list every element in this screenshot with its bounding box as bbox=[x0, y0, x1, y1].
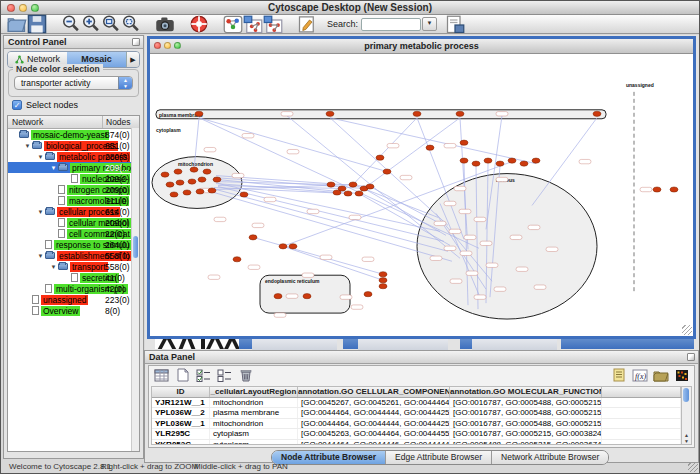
network-edge[interactable] bbox=[330, 118, 536, 164]
close-view-button[interactable] bbox=[154, 42, 161, 49]
network-node[interactable] bbox=[670, 187, 678, 192]
network-node[interactable] bbox=[344, 191, 352, 196]
more-tabs-arrow[interactable]: ▶ bbox=[126, 52, 139, 67]
network-node[interactable] bbox=[203, 169, 211, 174]
formula-icon[interactable]: f(x) bbox=[630, 367, 649, 384]
expand-arrow[interactable]: ▼ bbox=[36, 253, 45, 259]
table-scrollbar[interactable]: ▲▼ bbox=[681, 386, 692, 445]
select-nodes-checkbox[interactable]: ✓ bbox=[12, 100, 22, 110]
network-node[interactable] bbox=[198, 177, 206, 182]
select-attributes-icon[interactable] bbox=[152, 367, 171, 384]
snapshot-camera-icon[interactable] bbox=[155, 16, 175, 33]
network-node[interactable] bbox=[355, 191, 363, 196]
notes-icon[interactable] bbox=[609, 367, 628, 384]
tree-col-nodes[interactable]: Nodes bbox=[102, 116, 131, 128]
attribute-table-header[interactable]: ID_cellularLayoutRegionannotation.GO CEL… bbox=[152, 387, 681, 398]
tree-header[interactable]: Network Nodes bbox=[8, 116, 139, 129]
expand-arrow[interactable]: ▼ bbox=[36, 209, 45, 215]
expand-arrow[interactable]: ▼ bbox=[23, 143, 32, 149]
tree-col-network[interactable]: Network bbox=[12, 116, 43, 128]
table-scroll-thumb[interactable] bbox=[683, 388, 689, 402]
zoom-window-button[interactable] bbox=[31, 4, 39, 12]
attribute-unchecklist-icon[interactable] bbox=[215, 367, 234, 384]
network-node[interactable] bbox=[326, 111, 334, 116]
window-resize-grip[interactable] bbox=[688, 462, 698, 472]
network-node[interactable] bbox=[379, 272, 387, 277]
network-node[interactable] bbox=[240, 192, 248, 197]
table-scroll-arrows[interactable]: ▲▼ bbox=[682, 432, 691, 444]
layout-plugin-icon-a[interactable] bbox=[243, 16, 263, 33]
expand-arrow[interactable]: ▼ bbox=[49, 165, 58, 171]
network-node[interactable] bbox=[460, 158, 468, 163]
network-node[interactable] bbox=[508, 158, 516, 163]
table-row[interactable]: YJR121W__1mitochondrion[GO:0045267, GO:0… bbox=[152, 398, 681, 408]
view-resize-grip[interactable] bbox=[682, 325, 692, 335]
tree-row[interactable]: response to stimulu264(0) bbox=[8, 239, 139, 250]
import-attributes-folder-icon[interactable] bbox=[651, 367, 670, 384]
float-panel-icon[interactable] bbox=[132, 38, 140, 46]
tree-row[interactable]: nitrogen compo209(0) bbox=[8, 184, 139, 195]
network-node[interactable] bbox=[233, 257, 241, 262]
tree-row[interactable]: cellular metabol209(0) bbox=[8, 217, 139, 228]
network-edge[interactable] bbox=[214, 193, 452, 262]
network-node[interactable] bbox=[376, 155, 384, 160]
zoom-out-icon[interactable] bbox=[61, 16, 81, 33]
network-node[interactable] bbox=[460, 140, 468, 145]
network-node[interactable] bbox=[161, 172, 169, 177]
tree-row[interactable]: unassigned223(0) bbox=[8, 294, 139, 305]
network-node[interactable] bbox=[208, 188, 216, 193]
expand-arrow[interactable]: ▼ bbox=[36, 154, 45, 160]
network-node[interactable] bbox=[413, 111, 421, 116]
search-dropdown-button[interactable]: ▼ bbox=[422, 17, 437, 31]
tree-row[interactable]: mosaic-demo-yeast874(0) bbox=[8, 129, 139, 140]
attribute-checklist-icon[interactable] bbox=[194, 367, 213, 384]
network-node[interactable] bbox=[484, 158, 492, 163]
network-node[interactable] bbox=[532, 158, 540, 163]
search-input[interactable] bbox=[361, 18, 421, 31]
close-window-button[interactable] bbox=[7, 4, 15, 12]
minimize-window-button[interactable] bbox=[19, 4, 27, 12]
network-node[interactable] bbox=[653, 187, 661, 192]
tree-row[interactable]: secretion41(0) bbox=[8, 272, 139, 283]
delete-attribute-icon[interactable] bbox=[236, 367, 255, 384]
network-node[interactable] bbox=[213, 177, 221, 182]
table-column-header[interactable]: annotation.GO MOLECULAR_FUNCTION bbox=[450, 387, 602, 397]
network-edge[interactable] bbox=[216, 190, 448, 252]
tree-row[interactable]: Overview8(0) bbox=[8, 305, 139, 316]
network-node[interactable] bbox=[456, 111, 464, 116]
save-session-icon[interactable] bbox=[27, 16, 47, 33]
table-row[interactable]: YPL036W__2plasma membrane[GO:0044464, GO… bbox=[152, 408, 681, 418]
network-node[interactable] bbox=[176, 180, 184, 185]
network-node[interactable] bbox=[303, 294, 311, 299]
network-node[interactable] bbox=[520, 161, 528, 166]
network-node[interactable] bbox=[196, 189, 204, 194]
tree-row[interactable]: ▼cellular process614(0) bbox=[8, 206, 139, 217]
network-node[interactable] bbox=[249, 235, 257, 240]
network-node[interactable] bbox=[379, 278, 387, 283]
table-column-header[interactable]: annotation.GO CELLULAR_COMPONENT bbox=[298, 387, 450, 397]
table-row[interactable]: YLR295Ccytoplasm[GO:0045263, GO:0044464,… bbox=[152, 429, 681, 439]
layout-plugin-icon-b[interactable] bbox=[263, 16, 283, 33]
network-node[interactable] bbox=[170, 192, 178, 197]
vizmapper-icon[interactable] bbox=[223, 16, 243, 33]
network-node[interactable] bbox=[349, 182, 357, 187]
table-row[interactable]: YKR052Ccytoplasm[GO:0044464, GO:0044446,… bbox=[152, 440, 681, 445]
tree-row[interactable]: ▼primary metabo209(... bbox=[8, 162, 139, 173]
zoom-in-icon[interactable] bbox=[81, 16, 101, 33]
zoom-view-button[interactable] bbox=[174, 42, 181, 49]
window-titlebar[interactable]: Cytoscape Desktop (New Session) bbox=[1, 1, 699, 15]
network-edge[interactable] bbox=[253, 237, 383, 274]
minimize-view-button[interactable] bbox=[164, 42, 171, 49]
network-node[interactable] bbox=[366, 184, 374, 189]
network-node[interactable] bbox=[190, 167, 198, 172]
help-lifesaver-icon[interactable] bbox=[189, 16, 209, 33]
table-column-header[interactable]: _cellularLayoutRegion bbox=[210, 387, 298, 397]
network-node[interactable] bbox=[279, 244, 287, 249]
plasma-membrane-shape[interactable] bbox=[156, 110, 606, 119]
network-node[interactable] bbox=[183, 190, 191, 195]
table-column-header[interactable]: ID bbox=[152, 387, 210, 397]
network-node[interactable] bbox=[188, 179, 196, 184]
network-node[interactable] bbox=[289, 244, 297, 249]
network-node[interactable] bbox=[472, 161, 480, 166]
tree-scrollbar[interactable] bbox=[131, 128, 139, 451]
